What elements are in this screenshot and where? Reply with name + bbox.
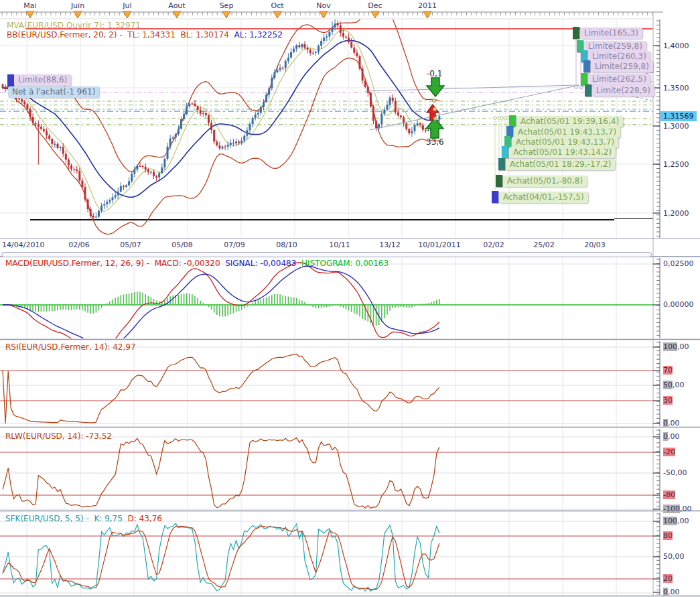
month-label: Nov bbox=[310, 1, 337, 10]
rlw-axis-suffix: ,00 bbox=[680, 505, 692, 513]
sfk-axis-suffix: ,00 bbox=[668, 588, 680, 596]
rlw-axis-value: -80 bbox=[663, 490, 675, 499]
macd-axis-value: 0,02500 bbox=[663, 259, 694, 268]
limite-badge[interactable]: Limite(259,8) bbox=[591, 61, 653, 72]
bb-indicator-label: BB(EUR/USD.Fermer, 20, 2) - TL: 1,34331 … bbox=[7, 30, 283, 40]
histogram-value: HISTOGRAM: 0,00163 bbox=[301, 259, 389, 268]
al-value-label: AL: 1,32252 bbox=[234, 30, 282, 40]
rsi-axis-suffix: ,00 bbox=[677, 342, 689, 351]
macd-value: MACD: -0,00320 bbox=[152, 259, 225, 268]
rlw-axis-suffix: ,00 bbox=[668, 432, 680, 441]
achat-badge[interactable]: Achat(05/01 18:29,-17,2) bbox=[506, 159, 615, 170]
sfk-axis-label: 100,00 bbox=[663, 517, 689, 525]
rsi-axis-suffix: ,00 bbox=[668, 419, 680, 427]
date-label: 05/07 bbox=[107, 241, 154, 249]
achat-badge-swatch bbox=[496, 175, 502, 187]
date-label: 08/10 bbox=[263, 241, 310, 249]
month-marker-triangle bbox=[173, 11, 181, 18]
rsi-axis-label: 30 bbox=[663, 396, 673, 405]
date-label: 10/01/2011 bbox=[416, 241, 463, 249]
month-marker-triangle bbox=[371, 11, 379, 18]
month-label: Oct bbox=[264, 1, 291, 10]
rsi-axis-value: 0 bbox=[663, 419, 668, 427]
month-marker-triangle bbox=[26, 11, 34, 18]
rsi-axis-value: 100 bbox=[663, 342, 677, 351]
sfk-axis-value: 0 bbox=[663, 588, 668, 596]
sfk-d-value: D: 43,76 bbox=[128, 514, 162, 523]
limite-badge[interactable]: Limite(165,3) bbox=[580, 27, 642, 39]
macd-axis-label: 0,02500 bbox=[663, 259, 694, 268]
month-label: 2011 bbox=[414, 1, 441, 10]
macd-panel-header: MACD(EUR/USD.Fermer, 12, 26, 9) - MACD: … bbox=[5, 259, 389, 268]
arrow-value-below: 33,6 bbox=[426, 137, 444, 147]
rsi-axis-label: 50,00 bbox=[663, 381, 685, 389]
date-label: 05/08 bbox=[159, 241, 206, 249]
month-marker-triangle bbox=[273, 11, 281, 18]
rsi-axis-value: 50 bbox=[663, 381, 673, 389]
rlw-axis-label: -50,00 bbox=[663, 468, 687, 477]
month-label: Dec bbox=[362, 1, 389, 10]
sfk-axis-value: 20 bbox=[663, 574, 673, 583]
macd-axis-label: 0,00000 bbox=[663, 300, 694, 309]
sfk-axis-value: 80 bbox=[663, 531, 673, 540]
achat-badge[interactable]: Achat(05/01 19:43,14,2) bbox=[509, 147, 616, 158]
rlw-axis-label: -100,00 bbox=[663, 505, 691, 513]
date-label: 02/06 bbox=[56, 241, 102, 249]
date-label: 10/11 bbox=[316, 241, 363, 249]
price-axis-label: 1,2000 bbox=[663, 209, 689, 218]
limite-badge-swatch bbox=[581, 73, 587, 85]
signal-value: SIGNAL: -0,00483 bbox=[225, 259, 301, 268]
limite-left-swatch bbox=[7, 74, 14, 86]
date-label: 25/02 bbox=[520, 241, 567, 249]
rlw-panel-header: RLW(EUR/USD, 14): -73,52 bbox=[5, 432, 112, 441]
limite-badge-swatch bbox=[573, 27, 579, 39]
month-marker-triangle bbox=[222, 11, 230, 18]
rsi-panel-header: RSI(EUR/USD.Fermer, 14): 42,97 bbox=[5, 342, 136, 352]
rlw-axis-value: -100 bbox=[663, 505, 680, 513]
buy-arrow-icon bbox=[426, 118, 443, 138]
trading-chart-window: MVA(EUR/USD.Ouvrir,7): 1,32971 BB(EUR/US… bbox=[0, 0, 700, 597]
sfk-axis-label: 50,00 bbox=[663, 552, 685, 561]
macd-title: MACD(EUR/USD.Fermer, 12, 26, 9) - bbox=[5, 259, 152, 268]
horizontal-scrollbar[interactable] bbox=[1, 252, 652, 257]
sfk-axis-value: 50,00 bbox=[663, 552, 685, 561]
date-label: 02/02 bbox=[470, 241, 517, 249]
month-label: Jul bbox=[114, 1, 141, 10]
date-label: 14/04/2010 bbox=[2, 241, 44, 249]
sell-arrow-icon bbox=[427, 78, 444, 96]
rsi-axis-value: 70 bbox=[663, 366, 673, 375]
price-axis-label: 1,2500 bbox=[663, 160, 689, 169]
net-achat-badge[interactable]: Net à l'achat(-1 961) bbox=[8, 86, 99, 98]
achat-badge[interactable]: Achat(05/01 19:39,16,4) bbox=[516, 116, 623, 127]
achat-badge[interactable]: Achat(04/01,-157,5) bbox=[499, 192, 588, 203]
sfk-axis-suffix: ,00 bbox=[677, 517, 689, 525]
rlw-axis-value: 0 bbox=[663, 432, 668, 441]
rsi-axis-label: 0,00 bbox=[663, 419, 680, 427]
rlw-axis-label: -20 bbox=[663, 448, 675, 456]
limite-badge-swatch bbox=[583, 60, 590, 72]
price-axis-label: 1,3500 bbox=[663, 84, 689, 92]
rsi-axis-value: 30 bbox=[663, 396, 673, 405]
rlw-axis-label: -80 bbox=[663, 490, 675, 499]
sfk-axis-label: 20 bbox=[663, 574, 673, 583]
achat-badge[interactable]: Achat(05/01,-80,8) bbox=[503, 176, 587, 187]
bb-values-label: BB(EUR/USD.Fermer, 20, 2) - TL: 1,34331 … bbox=[7, 30, 234, 40]
price-axis-label: 1,4000 bbox=[663, 42, 689, 50]
month-label: Aout bbox=[163, 1, 190, 10]
macd-axis-value: 0,00000 bbox=[663, 300, 694, 309]
rlw-axis-label: 0,00 bbox=[663, 432, 680, 441]
sfk-axis-label: 80 bbox=[663, 531, 673, 540]
price-axis-label: 1,3000 bbox=[663, 122, 689, 131]
month-marker-triangle bbox=[423, 11, 431, 18]
sfk-axis-label: 0,00 bbox=[663, 588, 680, 596]
date-label: 13/12 bbox=[366, 241, 413, 249]
sfk-panel-header: SFK(EUR/USD, 5, 5) - K: 9,75 D: 43,76 bbox=[5, 514, 162, 523]
mva-indicator-label: MVA(EUR/USD.Ouvrir,7): 1,32971 bbox=[7, 21, 141, 30]
rsi-axis-label: 70 bbox=[663, 366, 673, 375]
rsi-axis-label: 100,00 bbox=[663, 342, 689, 351]
limite-badge[interactable]: Limite(262,5) bbox=[588, 74, 650, 85]
limite-badge[interactable]: Limite(228,9) bbox=[592, 85, 654, 96]
arrow-value-above: -0,1 bbox=[427, 69, 442, 78]
achat-badge-swatch bbox=[492, 191, 498, 203]
limite-left-badge[interactable]: Limite(88,6) bbox=[14, 74, 71, 86]
